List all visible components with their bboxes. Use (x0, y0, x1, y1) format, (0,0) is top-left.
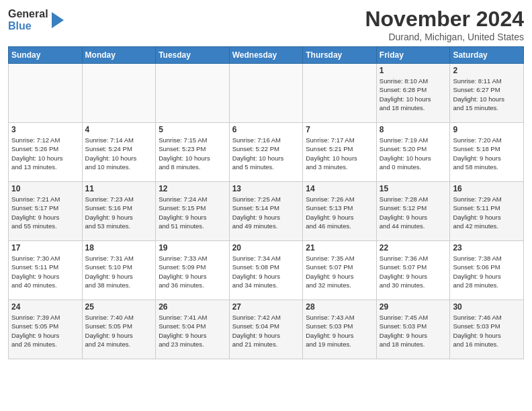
day-cell: 24Sunrise: 7:39 AM Sunset: 5:05 PM Dayli… (9, 300, 83, 359)
day-info: Sunrise: 7:26 AM Sunset: 5:13 PM Dayligh… (306, 195, 373, 230)
day-info: Sunrise: 7:21 AM Sunset: 5:17 PM Dayligh… (11, 195, 79, 230)
day-info: Sunrise: 7:25 AM Sunset: 5:14 PM Dayligh… (232, 195, 300, 230)
logo-chevron-icon (50, 9, 65, 31)
day-number: 9 (453, 125, 521, 134)
day-info: Sunrise: 7:16 AM Sunset: 5:22 PM Dayligh… (232, 136, 300, 171)
day-info: Sunrise: 7:38 AM Sunset: 5:06 PM Dayligh… (453, 254, 521, 289)
day-info: Sunrise: 7:30 AM Sunset: 5:11 PM Dayligh… (11, 254, 79, 289)
day-cell: 4Sunrise: 7:14 AM Sunset: 5:24 PM Daylig… (82, 123, 156, 182)
day-number: 12 (159, 184, 226, 193)
day-number: 2 (453, 66, 521, 75)
day-cell: 6Sunrise: 7:16 AM Sunset: 5:22 PM Daylig… (229, 123, 303, 182)
day-info: Sunrise: 7:14 AM Sunset: 5:24 PM Dayligh… (85, 136, 153, 171)
week-row-5: 24Sunrise: 7:39 AM Sunset: 5:05 PM Dayli… (9, 300, 524, 359)
day-info: Sunrise: 7:46 AM Sunset: 5:03 PM Dayligh… (453, 313, 521, 349)
day-number: 20 (232, 243, 300, 253)
day-cell: 22Sunrise: 7:36 AM Sunset: 5:07 PM Dayli… (376, 241, 450, 300)
day-cell: 2Sunrise: 8:11 AM Sunset: 6:27 PM Daylig… (450, 64, 524, 123)
col-friday: Friday (376, 47, 450, 64)
day-info: Sunrise: 7:39 AM Sunset: 5:05 PM Dayligh… (11, 313, 79, 349)
day-cell: 5Sunrise: 7:15 AM Sunset: 5:23 PM Daylig… (156, 123, 230, 182)
col-wednesday: Wednesday (229, 47, 303, 64)
col-tuesday: Tuesday (156, 47, 230, 64)
week-row-4: 17Sunrise: 7:30 AM Sunset: 5:11 PM Dayli… (9, 241, 524, 300)
day-cell: 15Sunrise: 7:28 AM Sunset: 5:12 PM Dayli… (376, 182, 450, 241)
day-cell: 21Sunrise: 7:35 AM Sunset: 5:07 PM Dayli… (303, 241, 377, 300)
day-number: 27 (232, 302, 300, 312)
day-cell: 17Sunrise: 7:30 AM Sunset: 5:11 PM Dayli… (9, 241, 83, 300)
day-info: Sunrise: 7:45 AM Sunset: 5:03 PM Dayligh… (380, 313, 447, 349)
day-number: 3 (11, 125, 79, 134)
day-number: 18 (85, 243, 153, 253)
day-cell: 20Sunrise: 7:34 AM Sunset: 5:08 PM Dayli… (229, 241, 303, 300)
logo-general-text: General (8, 8, 48, 20)
day-cell (303, 64, 377, 123)
day-cell: 11Sunrise: 7:23 AM Sunset: 5:16 PM Dayli… (82, 182, 156, 241)
day-number: 4 (85, 125, 153, 134)
day-info: Sunrise: 7:17 AM Sunset: 5:21 PM Dayligh… (306, 136, 373, 171)
location: Durand, Michigan, United States (365, 32, 524, 42)
day-number: 14 (306, 184, 373, 193)
day-cell: 12Sunrise: 7:24 AM Sunset: 5:15 PM Dayli… (156, 182, 230, 241)
day-info: Sunrise: 7:34 AM Sunset: 5:08 PM Dayligh… (232, 254, 300, 289)
page-container: General Blue November 2024 Durand, Michi… (0, 0, 532, 363)
header: General Blue November 2024 Durand, Michi… (8, 7, 524, 42)
day-info: Sunrise: 7:20 AM Sunset: 5:18 PM Dayligh… (453, 136, 521, 171)
day-number: 13 (232, 184, 300, 193)
day-info: Sunrise: 7:35 AM Sunset: 5:07 PM Dayligh… (306, 254, 373, 289)
day-number: 24 (11, 302, 79, 312)
day-cell: 16Sunrise: 7:29 AM Sunset: 5:11 PM Dayli… (450, 182, 524, 241)
day-info: Sunrise: 7:29 AM Sunset: 5:11 PM Dayligh… (453, 195, 521, 230)
day-info: Sunrise: 7:23 AM Sunset: 5:16 PM Dayligh… (85, 195, 153, 230)
day-info: Sunrise: 7:24 AM Sunset: 5:15 PM Dayligh… (159, 195, 226, 230)
day-info: Sunrise: 7:12 AM Sunset: 5:26 PM Dayligh… (11, 136, 79, 171)
day-cell: 9Sunrise: 7:20 AM Sunset: 5:18 PM Daylig… (450, 123, 524, 182)
day-info: Sunrise: 7:15 AM Sunset: 5:23 PM Dayligh… (159, 136, 226, 171)
day-info: Sunrise: 7:40 AM Sunset: 5:05 PM Dayligh… (85, 313, 153, 349)
day-number: 26 (159, 302, 226, 312)
day-info: Sunrise: 8:11 AM Sunset: 6:27 PM Dayligh… (453, 77, 521, 112)
day-info: Sunrise: 7:33 AM Sunset: 5:09 PM Dayligh… (159, 254, 226, 289)
day-cell: 30Sunrise: 7:46 AM Sunset: 5:03 PM Dayli… (450, 300, 524, 359)
day-number: 16 (453, 184, 521, 193)
day-info: Sunrise: 7:28 AM Sunset: 5:12 PM Dayligh… (380, 195, 447, 230)
day-cell: 14Sunrise: 7:26 AM Sunset: 5:13 PM Dayli… (303, 182, 377, 241)
day-cell (82, 64, 156, 123)
day-cell (229, 64, 303, 123)
day-cell: 27Sunrise: 7:42 AM Sunset: 5:04 PM Dayli… (229, 300, 303, 359)
calendar-header-row: Sunday Monday Tuesday Wednesday Thursday… (9, 47, 524, 64)
week-row-1: 1Sunrise: 8:10 AM Sunset: 6:28 PM Daylig… (9, 64, 524, 123)
day-info: Sunrise: 8:10 AM Sunset: 6:28 PM Dayligh… (380, 77, 447, 112)
day-number: 28 (306, 302, 373, 312)
day-info: Sunrise: 7:42 AM Sunset: 5:04 PM Dayligh… (232, 313, 300, 349)
day-cell: 3Sunrise: 7:12 AM Sunset: 5:26 PM Daylig… (9, 123, 83, 182)
col-thursday: Thursday (303, 47, 377, 64)
day-number: 17 (11, 243, 79, 253)
day-number: 1 (380, 66, 447, 75)
day-info: Sunrise: 7:31 AM Sunset: 5:10 PM Dayligh… (85, 254, 153, 289)
day-number: 6 (232, 125, 300, 134)
day-number: 22 (380, 243, 447, 253)
day-number: 19 (159, 243, 226, 253)
day-number: 15 (380, 184, 447, 193)
day-info: Sunrise: 7:36 AM Sunset: 5:07 PM Dayligh… (380, 254, 447, 289)
day-cell (9, 64, 83, 123)
day-info: Sunrise: 7:41 AM Sunset: 5:04 PM Dayligh… (159, 313, 226, 349)
day-info: Sunrise: 7:43 AM Sunset: 5:03 PM Dayligh… (306, 313, 373, 349)
day-cell: 18Sunrise: 7:31 AM Sunset: 5:10 PM Dayli… (82, 241, 156, 300)
day-number: 21 (306, 243, 373, 253)
day-cell: 28Sunrise: 7:43 AM Sunset: 5:03 PM Dayli… (303, 300, 377, 359)
col-monday: Monday (82, 47, 156, 64)
day-cell: 29Sunrise: 7:45 AM Sunset: 5:03 PM Dayli… (376, 300, 450, 359)
day-cell: 23Sunrise: 7:38 AM Sunset: 5:06 PM Dayli… (450, 241, 524, 300)
svg-marker-0 (52, 12, 64, 28)
day-number: 11 (85, 184, 153, 193)
week-row-3: 10Sunrise: 7:21 AM Sunset: 5:17 PM Dayli… (9, 182, 524, 241)
month-title: November 2024 (365, 7, 524, 32)
day-number: 8 (380, 125, 447, 134)
day-number: 10 (11, 184, 79, 193)
day-cell: 7Sunrise: 7:17 AM Sunset: 5:21 PM Daylig… (303, 123, 377, 182)
day-number: 25 (85, 302, 153, 312)
day-cell: 13Sunrise: 7:25 AM Sunset: 5:14 PM Dayli… (229, 182, 303, 241)
calendar-table: Sunday Monday Tuesday Wednesday Thursday… (8, 46, 524, 359)
